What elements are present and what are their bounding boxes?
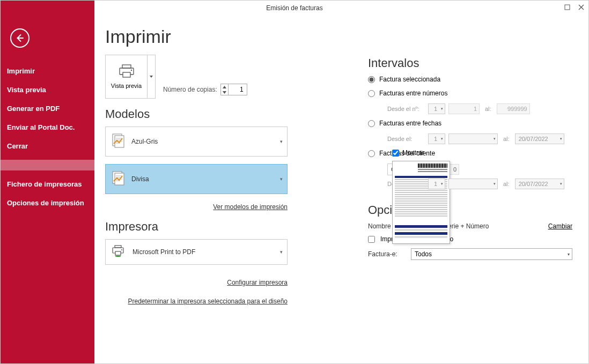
spinner-up-icon[interactable] [221, 84, 228, 90]
chevron-down-icon: ▾ [280, 139, 283, 144]
copies-label: Número de copias: [163, 86, 217, 93]
model-item-azulgris[interactable]: Azul-Gris ▾ [105, 127, 288, 157]
preview-button-main[interactable]: Vista previa [106, 55, 148, 98]
model-name: Divisa [131, 175, 149, 183]
back-button[interactable] [10, 28, 30, 48]
date-series-select[interactable]: 1▾ [428, 133, 445, 144]
chevron-down-icon: ▾ [280, 176, 283, 182]
svg-rect-0 [565, 5, 570, 10]
close-icon[interactable] [577, 3, 585, 11]
sidebar: Imprimir Vista previa Generar en PDF Env… [1, 1, 94, 363]
preview-split-button[interactable]: Vista previa [105, 55, 156, 99]
to-label: al: [485, 106, 491, 112]
template-thumbnail[interactable] [392, 161, 450, 244]
from-number-label: Desde el nº: [387, 106, 425, 112]
svg-point-4 [130, 70, 131, 71]
einvoice-select[interactable]: Todos ▾ [411, 248, 572, 260]
maximize-icon[interactable] [563, 3, 571, 11]
svg-rect-1 [122, 65, 131, 68]
spinner-down-icon[interactable] [221, 90, 228, 95]
sidebar-item-cerrar[interactable]: Cerrar [1, 137, 94, 155]
intervals-heading: Intervalos [368, 56, 572, 70]
virtual-printer-icon [111, 244, 127, 259]
sidebar-item-imprimir[interactable]: Imprimir [1, 62, 94, 80]
printer-heading: Impresora [105, 220, 347, 234]
svg-rect-11 [115, 251, 121, 255]
models-heading: Modelos [105, 107, 347, 121]
show-preview-input[interactable] [392, 150, 399, 157]
radio-entre-fechas[interactable]: Facturas entre fechas [368, 120, 572, 127]
preview-button-label: Vista previa [111, 83, 142, 89]
document-icon [111, 170, 126, 188]
printer-name: Microsoft Print to PDF [132, 248, 195, 256]
default-printer-link[interactable]: Predeterminar la impresora seleccionada … [128, 298, 288, 305]
client-from-date-select[interactable]: ▾ [448, 179, 498, 189]
chevron-down-icon: ▾ [568, 252, 570, 257]
page-title: Imprimir [105, 26, 347, 47]
show-preview-label: Mostrar [402, 149, 424, 157]
printer-icon [118, 64, 135, 80]
from-number-field[interactable]: 1 [448, 103, 480, 114]
show-preview-checkbox[interactable]: Mostrar [392, 149, 454, 157]
change-pdf-name-link[interactable]: Cambiar [548, 222, 572, 230]
client-series-select[interactable]: 1▾ [428, 179, 445, 189]
client-to-date-select[interactable]: 20/07/2022▾ [515, 179, 564, 189]
to-number-field[interactable]: 999999 [497, 103, 530, 114]
from-date-label: Desde el: [387, 136, 425, 142]
svg-point-12 [121, 249, 122, 250]
preview-button-dropdown[interactable] [148, 55, 155, 98]
svg-rect-3 [123, 72, 130, 77]
radio-entre-numeros[interactable]: Facturas entre números [368, 90, 572, 97]
window-title: Emisión de facturas [266, 4, 322, 12]
configure-printer-link[interactable]: Configurar impresora [227, 279, 288, 286]
radio-factura-seleccionada[interactable]: Factura seleccionada [368, 76, 572, 83]
to-date-select[interactable]: 20/07/2022▾ [515, 133, 564, 144]
model-name: Azul-Gris [131, 138, 158, 145]
sidebar-item-opcionesimpresion[interactable]: Opciones de impresión [1, 194, 94, 212]
copies-spinner[interactable] [220, 84, 247, 95]
chevron-down-icon: ▾ [280, 249, 283, 255]
series-select[interactable]: 1▾ [428, 103, 445, 114]
sidebar-item-portaldoc[interactable]: Enviar al Portal Doc. [1, 118, 94, 137]
sidebar-menu: Imprimir Vista previa Generar en PDF Env… [1, 62, 94, 212]
svg-rect-10 [115, 246, 121, 248]
sidebar-item-generarpdf[interactable]: Generar en PDF [1, 99, 94, 118]
sidebar-divider [1, 160, 94, 170]
sidebar-item-vistaprevia[interactable]: Vista previa [1, 80, 94, 99]
copies-input[interactable] [229, 86, 247, 93]
document-icon [111, 133, 126, 150]
einvoice-label: Factura-e: [368, 250, 406, 258]
view-models-link[interactable]: Ver modelos de impresión [213, 203, 288, 211]
sidebar-item-ficheroimpresoras[interactable]: Fichero de impresoras [1, 175, 94, 194]
printer-select[interactable]: Microsoft Print to PDF ▾ [105, 239, 288, 265]
model-item-divisa[interactable]: Divisa ▾ [105, 164, 288, 194]
from-date-select[interactable]: ▾ [448, 133, 498, 144]
